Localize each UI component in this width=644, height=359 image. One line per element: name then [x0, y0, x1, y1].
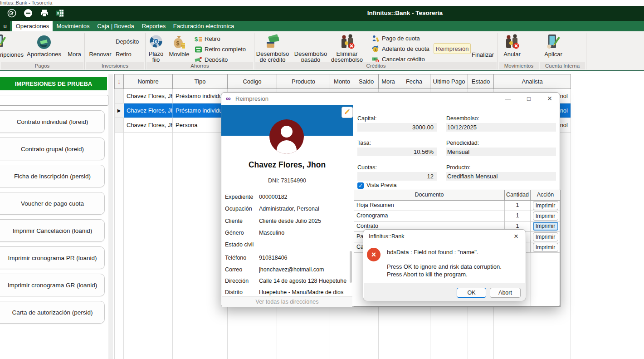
ribbon-item-pago-cuota[interactable]: Pago de cuota — [382, 35, 420, 42]
sidebar-btn-contrato-grupal[interactable]: Contrato grupal (loreid) — [0, 138, 105, 160]
sidebar-btn-contrato-individual[interactable]: Contrato individual (loreid) — [0, 110, 105, 133]
sidebar-scrollbar[interactable] — [108, 74, 113, 359]
plazo-fijo-icon: $ — [149, 34, 163, 50]
detail-label: Correo — [225, 266, 242, 273]
doc-qty[interactable]: 1 — [505, 201, 531, 211]
details-scrollbar[interactable] — [350, 251, 352, 283]
vista-previa-label: Vista Previa — [366, 182, 396, 188]
detail-label: Cliente — [225, 218, 243, 224]
edit-circle-icon[interactable] — [7, 9, 16, 20]
col-header-producto[interactable]: Producto — [277, 74, 330, 89]
ribbon-item-desembolso-credito[interactable]: Desembolso de crédito — [253, 51, 293, 63]
vista-previa-checkbox[interactable]: ✓ — [357, 182, 364, 189]
ribbon-item-desembolso-pasado[interactable]: Desembolso pasado — [292, 51, 330, 63]
detail-value: Huepetuhe - Manu/Madre de dios — [259, 289, 348, 295]
col-header-estado[interactable]: Estado — [468, 74, 494, 89]
aportaciones-icon — [37, 35, 51, 51]
ribbon-item-plazo-fijo[interactable]: Plazo fijo — [146, 51, 166, 63]
minus-circle-icon[interactable] — [24, 9, 33, 20]
ribbon-item-aplicar[interactable]: Aplicar — [540, 51, 567, 57]
sidebar-btn-cronograma-pr[interactable]: Imprimir cronograma PR (loanid) — [0, 246, 105, 269]
sort-arrows-icon[interactable]: ↕ — [115, 74, 124, 89]
group-label-inversiones: Inversiones — [86, 62, 144, 69]
col-header-ultimo-pago[interactable]: Ultimo Pago — [430, 74, 468, 89]
ribbon-item-adelanto-cuota[interactable]: Adelanto de cuota — [382, 45, 429, 52]
tab-facturacion[interactable]: Facturación electronica — [170, 21, 238, 31]
col-header-analista[interactable]: Analista — [494, 74, 571, 89]
col-header-saldo[interactable]: Saldo — [354, 74, 379, 89]
detail-value: 000000182 — [259, 194, 348, 200]
capital-value: 3000.00 — [357, 123, 437, 132]
ribbon-item-deposito-inv[interactable]: Depósito — [116, 38, 139, 45]
current-row-icon: ▶ — [115, 103, 124, 118]
sidebar-btn-ficha-inscripcion[interactable]: Ficha de inscripción (persid) — [0, 165, 105, 187]
app-title: Infinitus::Bank - Tesorería — [367, 10, 443, 16]
sidebar-search-input[interactable] — [0, 95, 108, 106]
dialog-titlebar[interactable]: ∞ Reimpresion — □ × — [221, 93, 560, 105]
imprimir-button[interactable]: Imprimir — [533, 211, 558, 221]
edit-customer-button[interactable] — [342, 107, 353, 118]
cell-nombre: Chavez Flores, Jhon — [124, 89, 173, 103]
ribbon-item-movible[interactable]: Movible — [167, 51, 191, 57]
col-header-mora[interactable]: Mora — [379, 74, 398, 89]
maximize-button[interactable]: □ — [522, 93, 536, 104]
imprimir-button[interactable]: Imprimir — [533, 243, 558, 252]
ribbon-item-renovar[interactable]: Renovar — [87, 51, 113, 57]
ribbon-item-finalizar[interactable]: Finalizar — [472, 51, 494, 58]
avatar-head — [281, 126, 293, 138]
doc-qty[interactable]: 1 — [505, 211, 531, 221]
col-header-codigo[interactable]: Codigo — [228, 74, 277, 89]
cell-tipo: Préstamo individual — [173, 89, 228, 103]
imprimir-button[interactable]: Imprimir — [533, 201, 558, 210]
imprimir-button[interactable]: Imprimir — [533, 232, 558, 241]
sidebar-btn-cronograma-gr[interactable]: Imprimir cronograma GR (loanid) — [0, 274, 105, 296]
pago-cuota-icon — [372, 35, 379, 44]
tab-operaciones[interactable]: Operaciones — [12, 21, 53, 31]
col-header-fecha[interactable]: Fecha — [398, 74, 430, 89]
close-icon[interactable]: × — [511, 231, 521, 241]
detail-value: Masculino — [259, 230, 348, 236]
col-header-monto[interactable]: Monto — [330, 74, 354, 89]
group-divider — [586, 33, 586, 69]
detail-value: jhonchavez@hotmail.com — [259, 266, 348, 273]
ribbon-item-anular[interactable]: Anular — [498, 51, 526, 57]
doc-name: Cronograma — [354, 211, 505, 221]
close-button[interactable]: × — [543, 93, 556, 104]
ribbon-item-retiro-ahorro[interactable]: Retiro — [205, 35, 220, 42]
ribbon-item-retiro-completo[interactable]: Retiro completo — [205, 46, 246, 53]
col-header-nombre[interactable]: Nombre — [124, 74, 173, 89]
os-titlebar: finitus::Bank - Tesorería — [0, 0, 644, 6]
cell-tipo: Préstamo individual — [173, 103, 228, 118]
tab-movimientos[interactable]: Movimientos — [53, 21, 93, 31]
printer-icon[interactable] — [40, 9, 49, 20]
app-window: finitus::Bank - Tesorería X Infinitus::B… — [0, 0, 644, 359]
ribbon-item-mora[interactable]: Mora — [65, 51, 84, 57]
ver-direcciones-link[interactable]: Ver todas las direcciones — [222, 296, 352, 307]
sidebar-btn-carta-autorizacion[interactable]: Carta de autorización (persid) — [0, 301, 105, 324]
ribbon-item-aportaciones[interactable]: Aportaciones — [23, 51, 65, 57]
tab-reportes[interactable]: Reportes — [138, 21, 170, 31]
detail-label: Teléfono — [225, 255, 246, 261]
infinitus-logo-icon: ∞ — [226, 94, 231, 102]
col-header-tipo[interactable]: Tipo — [173, 74, 228, 89]
cuotas-value: 12 — [357, 172, 437, 181]
tab-caja-boveda[interactable]: Caja | Boveda — [93, 21, 138, 31]
error-title: Infinitus::Bank — [369, 233, 405, 240]
abort-button[interactable]: Abort — [490, 288, 521, 298]
cell-nombre: Chavez Flores, Jhon — [124, 103, 173, 118]
capital-label: Capital: — [357, 115, 376, 122]
detail-label: Ocupación — [225, 206, 252, 212]
minimize-button[interactable]: — — [501, 93, 515, 104]
imprimir-button-active[interactable]: Imprimir — [533, 222, 558, 231]
excel-icon[interactable]: X — [55, 9, 64, 20]
sidebar-btn-imprimir-cancelacion[interactable]: Imprimir Cancelación (loanid) — [0, 219, 105, 242]
ok-button[interactable]: OK — [457, 288, 486, 298]
producto-label: Producto: — [446, 164, 471, 171]
cell-tipo: Persona — [173, 118, 228, 132]
ribbon-item-eliminar-desembolso[interactable]: Eliminar desembolso — [327, 51, 366, 63]
ribbon-item-inscripciones[interactable]: ripciones — [0, 51, 24, 58]
sidebar-btn-voucher-pago[interactable]: Voucher de pago cuota — [0, 192, 105, 215]
ribbon-item-reimpresion[interactable]: Reimpresión — [434, 43, 471, 54]
ribbon-item-retiro-inv[interactable]: Retiro — [116, 51, 132, 58]
tab-menu[interactable]: u — [0, 21, 10, 31]
